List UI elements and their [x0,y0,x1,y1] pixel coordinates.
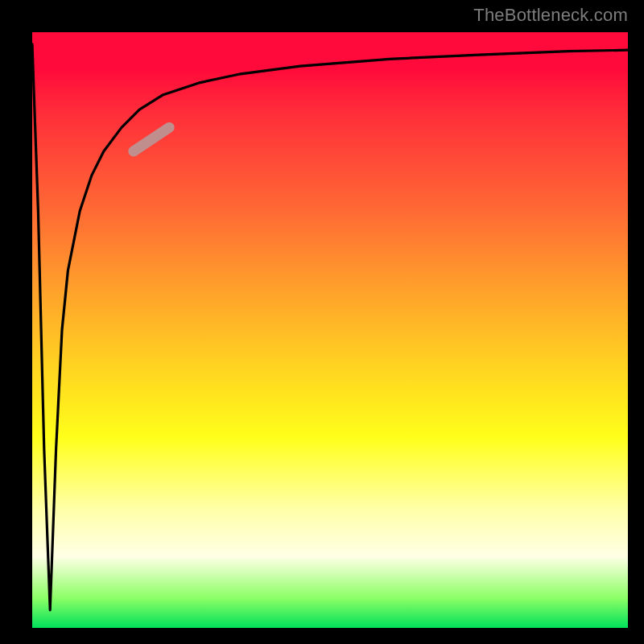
chart-frame: TheBottleneck.com [0,0,644,644]
watermark-text: TheBottleneck.com [473,5,628,26]
chart-background-gradient [32,32,628,628]
